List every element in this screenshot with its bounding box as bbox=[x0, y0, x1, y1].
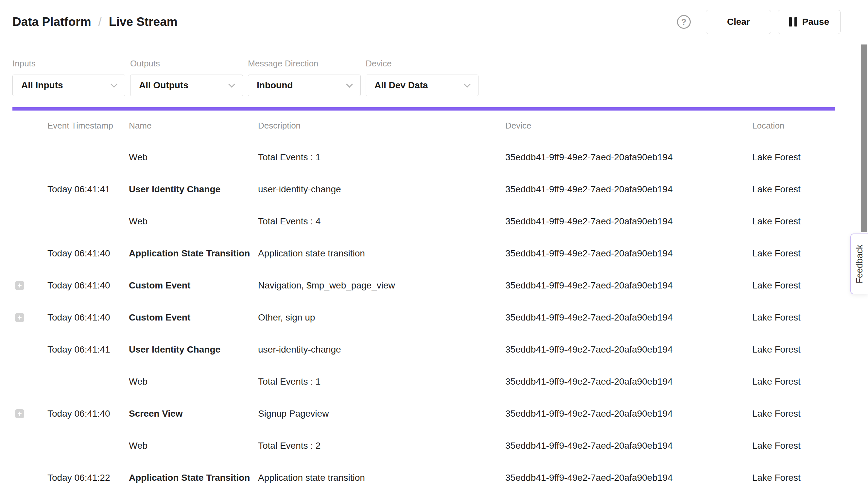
cell-device: 35eddb41-9ff9-49e2-7aed-20afa90eb194 bbox=[505, 408, 752, 419]
breadcrumb-separator: / bbox=[98, 15, 102, 29]
cell-description: Total Events : 4 bbox=[258, 216, 505, 226]
pause-button-label: Pause bbox=[802, 17, 829, 27]
cell-description: Total Events : 2 bbox=[258, 441, 505, 451]
cell-name: Custom Event bbox=[129, 280, 258, 291]
cell-description: Total Events : 1 bbox=[258, 152, 505, 162]
accent-divider bbox=[12, 107, 835, 111]
cell-event-timestamp: Today 06:41:22 bbox=[48, 473, 129, 483]
cell-location: Lake Forest bbox=[752, 152, 835, 162]
filter-message-direction-label: Message Direction bbox=[248, 59, 361, 69]
clear-button-label: Clear bbox=[727, 17, 750, 27]
vertical-scrollbar-thumb[interactable] bbox=[861, 44, 867, 232]
cell-device: 35eddb41-9ff9-49e2-7aed-20afa90eb194 bbox=[505, 152, 752, 162]
cell-description: Application state transition bbox=[258, 473, 505, 483]
cell-event-timestamp: Today 06:41:40 bbox=[48, 248, 129, 259]
filter-outputs-value: All Outputs bbox=[139, 80, 188, 91]
header-actions: ? Clear Pause bbox=[677, 10, 840, 34]
table-row: + Today 06:41:41 User Identity Change us… bbox=[12, 173, 835, 205]
table-row: + Today 06:41:40 Application State Trans… bbox=[12, 238, 835, 270]
expand-row-button[interactable]: + bbox=[15, 313, 24, 322]
pause-icon bbox=[789, 17, 797, 27]
filter-inputs-select[interactable]: All Inputs bbox=[12, 74, 125, 96]
cell-event-timestamp: Today 06:41:40 bbox=[48, 280, 129, 291]
table-row: + Web Total Events : 2 35eddb41-9ff9-49e… bbox=[12, 430, 835, 462]
cell-device: 35eddb41-9ff9-49e2-7aed-20afa90eb194 bbox=[505, 184, 752, 194]
cell-name: User Identity Change bbox=[129, 344, 258, 355]
expand-row-button[interactable]: + bbox=[15, 281, 24, 290]
help-icon[interactable]: ? bbox=[677, 15, 691, 29]
chevron-down-icon bbox=[464, 81, 471, 87]
table-row: + Web Total Events : 1 35eddb41-9ff9-49e… bbox=[12, 366, 835, 398]
filter-inputs-label: Inputs bbox=[12, 59, 125, 69]
cell-device: 35eddb41-9ff9-49e2-7aed-20afa90eb194 bbox=[505, 248, 752, 259]
filter-device-select[interactable]: All Dev Data bbox=[366, 74, 478, 96]
breadcrumb-section[interactable]: Data Platform bbox=[12, 15, 91, 29]
cell-name: Web bbox=[129, 152, 258, 162]
filter-outputs: Outputs All Outputs bbox=[130, 59, 243, 96]
cell-name: Web bbox=[129, 441, 258, 451]
pause-button[interactable]: Pause bbox=[778, 10, 840, 34]
cell-name: Web bbox=[129, 216, 258, 226]
table-row: + Web Total Events : 4 35eddb41-9ff9-49e… bbox=[12, 205, 835, 238]
table-header-row: Event Timestamp Name Description Device … bbox=[12, 111, 835, 141]
cell-name: User Identity Change bbox=[129, 184, 258, 194]
filter-device-value: All Dev Data bbox=[374, 80, 428, 91]
cell-location: Lake Forest bbox=[752, 441, 835, 451]
cell-device: 35eddb41-9ff9-49e2-7aed-20afa90eb194 bbox=[505, 312, 752, 323]
cell-location: Lake Forest bbox=[752, 376, 835, 387]
breadcrumb: Data Platform / Live Stream bbox=[12, 15, 178, 29]
table-row: + Today 06:41:40 Screen View Signup Page… bbox=[12, 398, 835, 430]
cell-device: 35eddb41-9ff9-49e2-7aed-20afa90eb194 bbox=[505, 344, 752, 355]
cell-name: Custom Event bbox=[129, 312, 258, 323]
filter-outputs-select[interactable]: All Outputs bbox=[130, 74, 243, 96]
column-description: Description bbox=[258, 121, 505, 131]
table-body: + Web Total Events : 1 35eddb41-9ff9-49e… bbox=[12, 141, 835, 486]
cell-device: 35eddb41-9ff9-49e2-7aed-20afa90eb194 bbox=[505, 280, 752, 291]
chevron-down-icon bbox=[111, 81, 117, 87]
filter-inputs-value: All Inputs bbox=[21, 80, 63, 91]
cell-device: 35eddb41-9ff9-49e2-7aed-20afa90eb194 bbox=[505, 441, 752, 451]
cell-location: Lake Forest bbox=[752, 280, 835, 291]
column-location: Location bbox=[752, 121, 835, 131]
cell-event-timestamp: Today 06:41:40 bbox=[48, 312, 129, 323]
table-row: + Today 06:41:40 Custom Event Navigation… bbox=[12, 270, 835, 302]
cell-device: 35eddb41-9ff9-49e2-7aed-20afa90eb194 bbox=[505, 216, 752, 226]
column-name: Name bbox=[129, 121, 258, 131]
clear-button[interactable]: Clear bbox=[706, 10, 771, 34]
events-table: Event Timestamp Name Description Device … bbox=[12, 111, 835, 486]
feedback-tab-label: Feedback bbox=[855, 245, 865, 283]
chevron-down-icon bbox=[346, 81, 353, 87]
cell-device: 35eddb41-9ff9-49e2-7aed-20afa90eb194 bbox=[505, 473, 752, 483]
cell-description: Other, sign up bbox=[258, 312, 505, 323]
cell-device: 35eddb41-9ff9-49e2-7aed-20afa90eb194 bbox=[505, 376, 752, 387]
table-row: + Today 06:41:22 Application State Trans… bbox=[12, 462, 835, 486]
cell-location: Lake Forest bbox=[752, 248, 835, 259]
filters-bar: Inputs All Inputs Outputs All Outputs Me… bbox=[0, 44, 868, 96]
cell-event-timestamp: Today 06:41:40 bbox=[48, 408, 129, 419]
filter-message-direction: Message Direction Inbound bbox=[248, 59, 361, 96]
cell-description: Application state transition bbox=[258, 248, 505, 259]
cell-location: Lake Forest bbox=[752, 312, 835, 323]
cell-name: Screen View bbox=[129, 408, 258, 419]
cell-location: Lake Forest bbox=[752, 408, 835, 419]
cell-location: Lake Forest bbox=[752, 473, 835, 483]
cell-description: Signup Pageview bbox=[258, 408, 505, 419]
expand-row-button[interactable]: + bbox=[15, 409, 24, 418]
page-header: Data Platform / Live Stream ? Clear Paus… bbox=[0, 0, 868, 44]
cell-description: user-identity-change bbox=[258, 184, 505, 194]
column-event-timestamp: Event Timestamp bbox=[48, 121, 129, 131]
cell-event-timestamp: Today 06:41:41 bbox=[48, 344, 129, 355]
filter-inputs: Inputs All Inputs bbox=[12, 59, 125, 96]
feedback-tab[interactable]: Feedback bbox=[850, 234, 868, 294]
table-row: + Web Total Events : 1 35eddb41-9ff9-49e… bbox=[12, 141, 835, 173]
cell-description: user-identity-change bbox=[258, 344, 505, 355]
filter-device-label: Device bbox=[366, 59, 478, 69]
cell-location: Lake Forest bbox=[752, 344, 835, 355]
chevron-down-icon bbox=[228, 81, 235, 87]
breadcrumb-page-title: Live Stream bbox=[109, 15, 178, 29]
table-row: + Today 06:41:41 User Identity Change us… bbox=[12, 334, 835, 366]
column-device: Device bbox=[505, 121, 752, 131]
filter-message-direction-value: Inbound bbox=[257, 80, 293, 91]
cell-location: Lake Forest bbox=[752, 216, 835, 226]
filter-message-direction-select[interactable]: Inbound bbox=[248, 74, 361, 96]
